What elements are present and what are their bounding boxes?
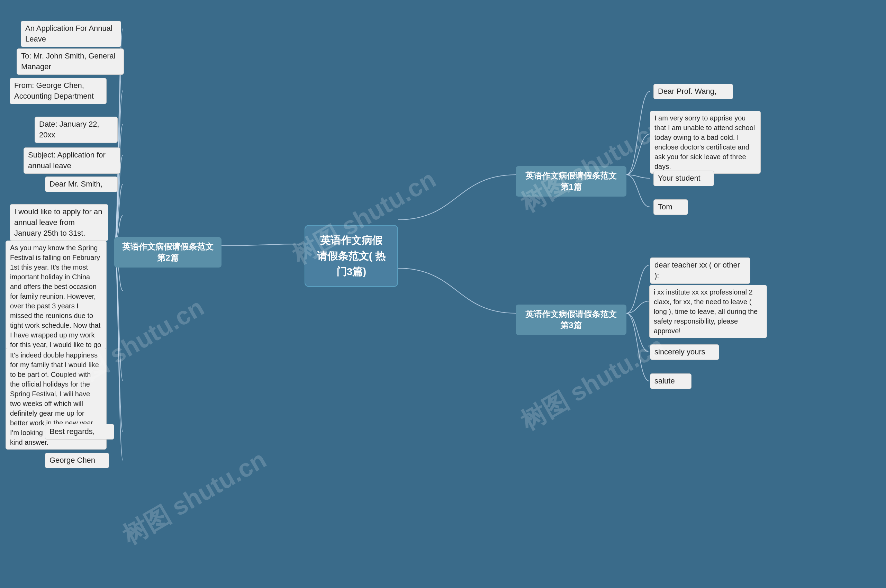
node-r3-dear: dear teacher xx ( or other ): — [650, 258, 750, 284]
node-r3-salute: salute — [650, 374, 691, 389]
node-from: From: George Chen, Accounting Department — [10, 78, 106, 104]
watermark-4: 树图 shutu.cn — [515, 329, 670, 438]
node-r3-body: i xx institute xx xx professional 2 clax… — [649, 285, 767, 338]
node-regards: Best regards, — [45, 424, 114, 440]
mid-node-3-label: 英语作文病假请假条范文 第3篇 — [525, 309, 617, 330]
watermark-5: 树图 shutu.cn — [117, 443, 272, 552]
node-title: An Application For Annual Leave — [21, 21, 121, 47]
mid-node-3: 英语作文病假请假条范文 第3篇 — [516, 304, 627, 335]
node-r1-body: I am very sorry to apprise you that I am… — [650, 111, 761, 174]
mid-node-1: 英语作文病假请假条范文 第1篇 — [516, 166, 627, 196]
node-r1-tom: Tom — [654, 200, 688, 215]
center-label: 英语作文病假请假条范文( 热门3篇) — [317, 235, 385, 277]
node-subject: Subject: Application for annual leave — [24, 147, 120, 174]
node-r1-student: Your student — [654, 171, 714, 186]
node-to: To: Mr. John Smith, General Manager — [16, 48, 124, 75]
node-body1: I would like to apply for an annual leav… — [10, 204, 108, 241]
mid-node-2-label: 英语作文病假请假条范文 第2篇 — [122, 242, 214, 262]
mid-node-2: 英语作文病假请假条范文 第2篇 — [114, 237, 222, 267]
node-r1-dear: Dear Prof. Wang, — [654, 84, 733, 99]
mid-node-1-label: 英语作文病假请假条范文 第1篇 — [525, 171, 617, 191]
node-r3-sincerely: sincerely yours — [650, 344, 719, 360]
node-date: Date: January 22, 20xx — [34, 117, 118, 143]
watermark-3: 树图 shutu.cn — [515, 111, 670, 220]
node-george: George Chen — [45, 453, 109, 468]
center-node: 英语作文病假请假条范文( 热门3篇) — [304, 225, 398, 287]
node-dear: Dear Mr. Smith, — [45, 177, 118, 192]
